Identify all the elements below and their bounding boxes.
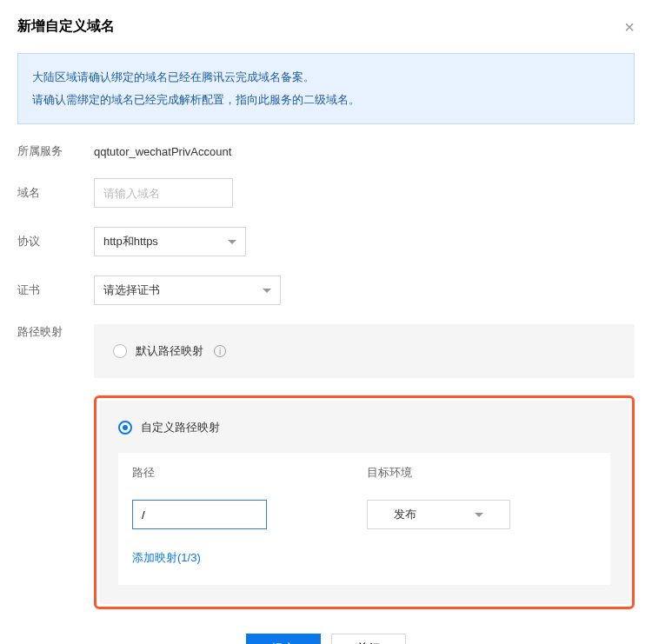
env-select-value: 发布	[394, 507, 475, 522]
cert-select[interactable]: 请选择证书	[94, 276, 281, 305]
add-mapping-link[interactable]: 添加映射(1/3)	[132, 551, 201, 564]
notice-banner: 大陆区域请确认绑定的域名已经在腾讯云完成域名备案。 请确认需绑定的域名已经完成解…	[17, 53, 635, 124]
dialog-footer: 提交 关闭	[17, 634, 635, 644]
mapping-table-row: 发布	[118, 493, 610, 541]
row-cert: 证书 请选择证书	[17, 276, 635, 305]
col-env-header: 目标环境	[367, 465, 596, 481]
default-mapping-radio-row[interactable]: 默认路径映射 i	[113, 343, 615, 359]
col-path-header: 路径	[132, 465, 367, 481]
value-service: qqtutor_wechatPrivAccount	[94, 145, 231, 158]
row-path-mapping: 路径映射 默认路径映射 i 自定义路径映射 路径	[17, 324, 635, 609]
dialog-title: 新增自定义域名	[17, 17, 115, 36]
close-button[interactable]: 关闭	[331, 634, 406, 644]
protocol-select[interactable]: http和https	[94, 227, 246, 256]
mapping-container: 默认路径映射 i 自定义路径映射 路径 目标环境	[94, 324, 635, 609]
notice-line-2: 请确认需绑定的域名已经完成解析配置，指向此服务的二级域名。	[32, 89, 620, 111]
radio-custom-mapping[interactable]	[118, 421, 132, 435]
custom-mapping-block: 自定义路径映射 路径 目标环境	[99, 401, 629, 604]
submit-button[interactable]: 提交	[246, 634, 321, 644]
chevron-down-icon	[228, 240, 236, 244]
dialog-header: 新增自定义域名 ×	[17, 17, 635, 36]
add-mapping-row: 添加映射(1/3)	[118, 541, 610, 585]
notice-line-1: 大陆区域请确认绑定的域名已经在腾讯云完成域名备案。	[32, 66, 620, 89]
chevron-down-icon	[475, 513, 483, 517]
label-domain: 域名	[17, 185, 94, 201]
label-cert: 证书	[17, 282, 94, 298]
custom-mapping-radio-row[interactable]: 自定义路径映射	[118, 420, 610, 435]
dialog: 新增自定义域名 × 大陆区域请确认绑定的域名已经在腾讯云完成域名备案。 请确认需…	[0, 0, 652, 644]
default-mapping-block: 默认路径映射 i	[94, 324, 635, 378]
chevron-down-icon	[263, 289, 271, 293]
label-protocol: 协议	[17, 234, 94, 249]
env-select[interactable]: 发布	[367, 500, 510, 529]
cert-select-value: 请选择证书	[103, 282, 160, 298]
info-icon[interactable]: i	[214, 345, 226, 357]
row-protocol: 协议 http和https	[17, 227, 635, 256]
mapping-table-head: 路径 目标环境	[118, 453, 610, 493]
row-domain: 域名	[17, 178, 635, 208]
protocol-select-value: http和https	[103, 234, 158, 249]
domain-input[interactable]	[94, 178, 233, 208]
label-service: 所属服务	[17, 143, 94, 159]
path-input[interactable]	[132, 500, 267, 529]
radio-custom-label: 自定义路径映射	[141, 420, 220, 435]
close-icon[interactable]: ×	[624, 18, 635, 36]
radio-default-mapping[interactable]	[113, 344, 127, 358]
mapping-table: 路径 目标环境 发布	[118, 453, 610, 585]
radio-default-label: 默认路径映射	[136, 343, 203, 359]
row-service: 所属服务 qqtutor_wechatPrivAccount	[17, 143, 635, 159]
custom-mapping-highlight: 自定义路径映射 路径 目标环境	[94, 395, 635, 609]
label-path-mapping: 路径映射	[17, 324, 94, 340]
